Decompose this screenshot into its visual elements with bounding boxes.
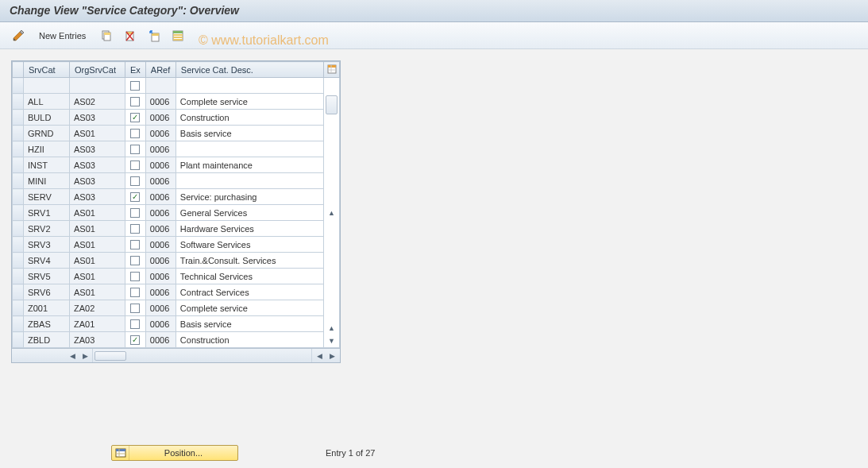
new-entries-button[interactable]: New Entries [32, 27, 93, 44]
cell-orgsrvcat[interactable]: AS03 [70, 189, 125, 205]
cell-aref[interactable]: 0006 [145, 221, 176, 237]
cell-aref[interactable]: 0006 [145, 300, 176, 316]
row-selector[interactable] [13, 126, 24, 141]
cell-ex-checkbox[interactable] [125, 173, 146, 189]
cell-orgsrvcat[interactable]: AS03 [70, 110, 125, 126]
cell-srvcat[interactable]: SRV4 [24, 253, 70, 269]
cell-orgsrvcat[interactable]: ZA02 [70, 300, 125, 316]
cell-ex-checkbox[interactable] [125, 300, 146, 316]
row-selector[interactable] [13, 110, 24, 126]
cell-aref[interactable] [145, 78, 176, 94]
row-selector[interactable] [13, 78, 24, 94]
copy-as-button[interactable] [96, 27, 117, 44]
cell-orgsrvcat[interactable]: AS03 [70, 173, 125, 189]
cell-ex-checkbox[interactable] [125, 141, 146, 157]
cell-ex-checkbox[interactable] [125, 221, 146, 237]
cell-ex-checkbox[interactable] [125, 269, 146, 284]
cell-aref[interactable]: 0006 [145, 316, 176, 332]
row-selector[interactable] [13, 205, 24, 221]
cell-orgsrvcat[interactable]: AS02 [70, 94, 125, 110]
cell-srvcat[interactable]: ALL [24, 94, 70, 110]
cell-srvcat[interactable]: SRV6 [24, 284, 70, 300]
cell-orgsrvcat[interactable]: ZA01 [70, 316, 125, 332]
cell-desc[interactable]: Train.&Consult. Services [176, 253, 323, 269]
cell-desc[interactable]: Construction [176, 332, 323, 348]
cell-srvcat[interactable]: HZII [24, 141, 70, 157]
position-button[interactable]: Position... [111, 445, 238, 461]
cell-aref[interactable]: 0006 [145, 94, 176, 110]
row-selector[interactable] [13, 237, 24, 253]
cell-aref[interactable]: 0006 [145, 141, 176, 157]
cell-desc[interactable] [176, 173, 323, 189]
table-settings-button[interactable] [324, 62, 340, 78]
cell-aref[interactable]: 0006 [145, 269, 176, 284]
hscroll-right-arrow-2-icon[interactable]: ▶ [326, 350, 338, 362]
cell-desc[interactable]: Plant maintenance [176, 157, 323, 173]
cell-srvcat[interactable]: ZBLD [24, 332, 70, 348]
cell-orgsrvcat[interactable] [70, 78, 125, 94]
cell-ex-checkbox[interactable] [125, 284, 146, 300]
cell-ex-checkbox[interactable] [125, 332, 146, 348]
cell-desc[interactable]: Construction [176, 110, 323, 126]
cell-ex-checkbox[interactable] [125, 237, 146, 253]
cell-srvcat[interactable]: SERV [24, 189, 70, 205]
column-header-desc[interactable]: Service Cat. Desc. [176, 62, 323, 78]
cell-desc[interactable]: General Services [176, 205, 323, 221]
cell-orgsrvcat[interactable]: ZA03 [70, 332, 125, 348]
row-selector[interactable] [13, 221, 24, 237]
cell-desc[interactable]: Service: purchasing [176, 189, 323, 205]
cell-srvcat[interactable]: SRV2 [24, 221, 70, 237]
vscroll-thumb[interactable] [326, 95, 338, 114]
cell-aref[interactable]: 0006 [145, 126, 176, 141]
cell-desc[interactable]: Basis service [176, 316, 323, 332]
cell-aref[interactable]: 0006 [145, 332, 176, 348]
cell-ex-checkbox[interactable] [125, 316, 146, 332]
cell-desc[interactable]: Complete service [176, 94, 323, 110]
cell-desc[interactable]: Hardware Services [176, 221, 323, 237]
cell-desc[interactable]: Complete service [176, 300, 323, 316]
cell-srvcat[interactable]: BULD [24, 110, 70, 126]
row-selector[interactable] [13, 300, 24, 316]
cell-orgsrvcat[interactable]: AS01 [70, 221, 125, 237]
cell-aref[interactable]: 0006 [145, 157, 176, 173]
row-selector[interactable] [13, 141, 24, 157]
hscroll-right-arrow-icon[interactable]: ▶ [79, 350, 91, 362]
cell-ex-checkbox[interactable] [125, 126, 146, 141]
cell-orgsrvcat[interactable]: AS01 [70, 126, 125, 141]
cell-orgsrvcat[interactable]: AS01 [70, 269, 125, 284]
cell-ex-checkbox[interactable] [125, 110, 146, 126]
row-selector[interactable] [13, 253, 24, 269]
cell-aref[interactable]: 0006 [145, 237, 176, 253]
cell-aref[interactable]: 0006 [145, 110, 176, 126]
column-header-srvcat[interactable]: SrvCat [24, 62, 70, 78]
vertical-scrollbar[interactable]: ▲▲▼ [324, 78, 340, 348]
cell-orgsrvcat[interactable]: AS03 [70, 157, 125, 173]
cell-ex-checkbox[interactable] [125, 253, 146, 269]
cell-aref[interactable]: 0006 [145, 173, 176, 189]
row-selector-header[interactable] [13, 62, 24, 78]
cell-desc[interactable] [176, 141, 323, 157]
row-selector[interactable] [13, 269, 24, 284]
delete-button[interactable] [120, 27, 141, 44]
cell-ex-checkbox[interactable] [125, 94, 146, 110]
hscroll-left-arrow-icon[interactable]: ◀ [67, 350, 78, 362]
cell-srvcat[interactable]: Z001 [24, 300, 70, 316]
cell-ex-checkbox[interactable] [125, 205, 146, 221]
row-selector[interactable] [13, 173, 24, 189]
cell-ex-checkbox[interactable] [125, 157, 146, 173]
vscroll-up-arrow-icon[interactable]: ▲ [328, 207, 335, 219]
row-selector[interactable] [13, 157, 24, 173]
cell-orgsrvcat[interactable]: AS01 [70, 284, 125, 300]
cell-orgsrvcat[interactable]: AS01 [70, 237, 125, 253]
cell-ex-checkbox[interactable] [125, 78, 146, 94]
cell-srvcat[interactable]: GRND [24, 126, 70, 141]
cell-srvcat[interactable] [24, 78, 70, 94]
column-header-ex[interactable]: Ex [125, 62, 146, 78]
vscroll-down-arrow-icon[interactable]: ▼ [324, 335, 339, 347]
cell-orgsrvcat[interactable]: AS01 [70, 253, 125, 269]
row-selector[interactable] [13, 94, 24, 110]
cell-srvcat[interactable]: SRV3 [24, 237, 70, 253]
cell-aref[interactable]: 0006 [145, 205, 176, 221]
cell-srvcat[interactable]: SRV1 [24, 205, 70, 221]
cell-aref[interactable]: 0006 [145, 284, 176, 300]
